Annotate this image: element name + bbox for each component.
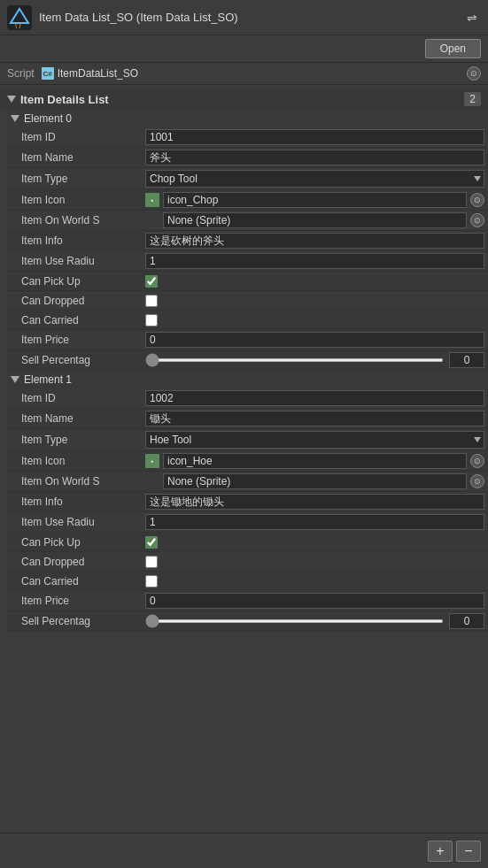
item-id-label-1: Item ID [21,392,145,404]
item-icon-ref-0: ▪ ⊙ [145,192,484,208]
can-pick-up-checkbox-1[interactable] [145,536,158,549]
script-target-picker[interactable]: ⊙ [467,66,481,81]
open-button[interactable]: Open [425,39,481,58]
script-file: C# ItemDataList_SO [42,67,460,80]
item-info-input-1[interactable] [145,494,484,510]
item-name-row-1: Item Name [7,409,488,429]
script-label: Script [7,67,35,80]
sell-percentage-slider-0[interactable] [145,358,444,362]
can-pick-up-checkbox-0[interactable] [145,275,158,288]
item-on-world-label-1: Item On World S [21,475,145,488]
can-carried-label-0: Can Carried [21,314,145,326]
remove-element-button[interactable]: − [456,841,481,862]
item-use-radius-input-1[interactable] [145,514,484,530]
collapse-arrow[interactable] [7,96,16,103]
item-icon-picker-0[interactable]: ⊙ [470,193,484,207]
can-dropped-row-1: Can Dropped [7,552,488,572]
item-info-row-1: Item Info [7,492,488,512]
element-0-arrow[interactable] [11,115,19,122]
script-file-icon: C# [42,67,54,80]
item-icon-input-1[interactable] [163,453,467,469]
can-carried-label-1: Can Carried [21,575,145,588]
item-type-row-1: Item Type Chop Tool Hoe Tool Water Tool … [7,429,488,451]
item-use-radius-label-1: Item Use Radiu [21,516,145,528]
can-dropped-checkbox-0[interactable] [145,295,158,307]
item-id-label-0: Item ID [21,131,145,143]
item-on-world-row-1: Item On World S ⊙ [7,472,488,492]
item-use-radius-row-1: Item Use Radiu [7,512,488,533]
sell-percentage-label-1: Sell Percentag [21,615,145,627]
sell-percentage-slider-wrapper-1 [145,613,484,629]
sell-percentage-value-1[interactable] [449,613,484,629]
item-price-row-1: Item Price [7,591,488,611]
item-price-input-1[interactable] [145,593,484,609]
section-title: Item Details List [20,93,464,106]
can-pick-up-label-1: Can Pick Up [21,536,145,549]
window-title: Item Data List_SO (Item Data List_SO) [39,11,463,24]
item-type-label-1: Item Type [21,434,145,446]
item-icon-label-0: Item Icon [21,194,145,206]
item-type-row-0: Item Type Chop Tool Hoe Tool Water Tool … [7,168,488,190]
item-id-row-1: Item ID [7,388,488,409]
can-carried-checkbox-1[interactable] [145,575,158,588]
sell-percentage-slider-wrapper-0 [145,352,484,368]
unity-logo-icon: {} [7,5,32,30]
item-price-label-1: Item Price [21,595,145,607]
item-info-label-1: Item Info [21,495,145,508]
item-icon-sprite-icon-0: ▪ [145,193,159,207]
item-price-input-0[interactable] [145,332,484,348]
main-content[interactable]: Item Details List 2 Element 0 Item ID It… [0,85,488,827]
element-1-arrow[interactable] [11,376,19,383]
item-type-select-1[interactable]: Chop Tool Hoe Tool Water Tool Seed Commo… [145,431,484,449]
item-icon-input-0[interactable] [163,192,467,208]
item-use-radius-input-0[interactable] [145,253,484,269]
item-icon-picker-1[interactable]: ⊙ [470,454,484,468]
item-on-world-ref-1: ⊙ [145,473,484,489]
item-on-world-picker-1[interactable]: ⊙ [470,474,484,488]
item-name-label-1: Item Name [21,412,145,425]
item-info-input-0[interactable] [145,233,484,249]
sell-percentage-slider-1[interactable] [145,619,444,623]
item-name-label-0: Item Name [21,151,145,164]
item-on-world-picker-0[interactable]: ⊙ [470,213,484,227]
item-id-input-0[interactable] [145,129,484,145]
section-header: Item Details List 2 [0,88,488,110]
item-type-select-wrapper-1: Chop Tool Hoe Tool Water Tool Seed Commo… [145,431,484,449]
sell-percentage-row-1: Sell Percentag [7,611,488,632]
item-id-input-1[interactable] [145,390,484,406]
item-icon-row-1: Item Icon ▪ ⊙ [7,451,488,472]
item-id-row-0: Item ID [7,127,488,148]
sell-percentage-row-0: Sell Percentag [7,350,488,371]
section-count: 2 [464,92,481,106]
item-use-radius-label-0: Item Use Radiu [21,255,145,267]
add-element-button[interactable]: + [428,841,453,862]
item-icon-sprite-icon-1: ▪ [145,454,159,468]
can-pick-up-row-1: Can Pick Up [7,533,488,552]
svg-text:{}: {} [14,22,21,29]
item-on-world-input-1[interactable] [163,473,467,489]
split-view-button[interactable]: ⇌ [463,9,481,27]
item-name-input-0[interactable] [145,150,484,165]
script-row: Script C# ItemDataList_SO ⊙ [0,63,488,85]
can-dropped-checkbox-1[interactable] [145,556,158,568]
can-carried-checkbox-0[interactable] [145,314,158,326]
element-0-block: Element 0 Item ID Item Name Item Type Ch… [7,110,488,371]
item-use-radius-row-0: Item Use Radiu [7,251,488,272]
item-icon-row-0: Item Icon ▪ ⊙ [7,190,488,211]
item-on-world-input-0[interactable] [163,212,467,228]
element-1-block: Element 1 Item ID Item Name Item Type Ch… [7,371,488,632]
item-icon-ref-1: ▪ ⊙ [145,453,484,469]
can-carried-row-0: Can Carried [7,311,488,330]
item-info-row-0: Item Info [7,231,488,251]
item-type-select-wrapper-0: Chop Tool Hoe Tool Water Tool Seed Commo… [145,170,484,188]
element-1-header[interactable]: Element 1 [7,371,488,388]
bottom-bar: + − [0,833,488,868]
item-type-label-0: Item Type [21,173,145,185]
item-info-label-0: Item Info [21,234,145,247]
item-name-input-1[interactable] [145,411,484,426]
item-price-label-0: Item Price [21,334,145,346]
can-pick-up-label-0: Can Pick Up [21,275,145,288]
element-0-header[interactable]: Element 0 [7,110,488,127]
sell-percentage-value-0[interactable] [449,352,484,368]
item-type-select-0[interactable]: Chop Tool Hoe Tool Water Tool Seed Commo… [145,170,484,188]
